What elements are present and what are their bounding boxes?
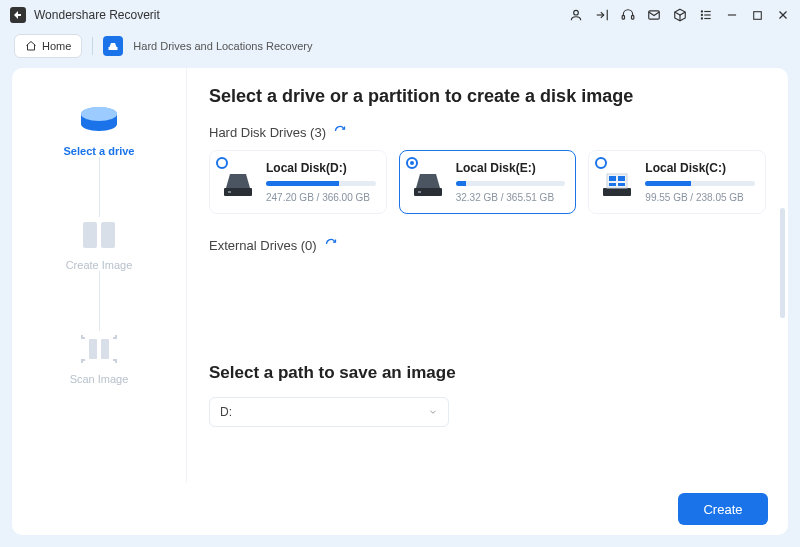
external-label: External Drives (0): [209, 238, 317, 253]
close-icon[interactable]: [776, 8, 790, 22]
svg-point-6: [701, 14, 702, 15]
drive-name: Local Disk(E:): [456, 161, 566, 175]
svg-point-4: [701, 11, 702, 12]
svg-rect-17: [83, 222, 97, 248]
save-path-value: D:: [220, 405, 232, 419]
footer: Create: [12, 483, 788, 535]
drive-name: Local Disk(D:): [266, 161, 376, 175]
chevron-down-icon: [428, 407, 438, 417]
drive-size: 247.20 GB / 366.00 GB: [266, 192, 376, 203]
svg-rect-29: [609, 183, 616, 186]
steps-sidebar: Select a drive Create Image Scan Image: [12, 68, 187, 483]
hard-drive-icon: [599, 167, 635, 203]
svg-rect-2: [632, 16, 634, 19]
home-icon: [25, 40, 37, 52]
maximize-icon[interactable]: [751, 9, 764, 22]
svg-rect-11: [754, 11, 762, 19]
svg-point-16: [81, 107, 117, 121]
create-button[interactable]: Create: [678, 493, 768, 525]
drive-card[interactable]: Local Disk(C:)99.55 GB / 238.05 GB: [588, 150, 766, 214]
step-select-drive[interactable]: Select a drive: [64, 103, 135, 157]
home-label: Home: [42, 40, 71, 52]
page-title: Select a drive or a partition to create …: [209, 86, 766, 107]
svg-point-8: [701, 18, 702, 19]
headset-icon[interactable]: [621, 8, 635, 22]
step-connector: [99, 157, 100, 217]
refresh-icon[interactable]: [325, 238, 337, 253]
svg-rect-20: [101, 339, 109, 359]
home-button[interactable]: Home: [14, 34, 82, 58]
save-path-select[interactable]: D:: [209, 397, 449, 427]
package-icon[interactable]: [673, 8, 687, 22]
drive-usage-bar: [266, 181, 376, 186]
toolbar: Home Hard Drives and Locations Recovery: [0, 30, 800, 62]
drives-list: Local Disk(D:)247.20 GB / 366.00 GBLocal…: [209, 150, 766, 214]
step-connector: [99, 271, 100, 331]
external-section-header: External Drives (0): [209, 238, 766, 253]
svg-rect-25: [603, 188, 631, 196]
drive-usage-bar: [456, 181, 566, 186]
svg-rect-28: [618, 176, 625, 181]
hdd-section-header: Hard Disk Drives (3): [209, 125, 766, 140]
scrollbar[interactable]: [780, 208, 785, 318]
step-create-image[interactable]: Create Image: [66, 217, 133, 271]
hard-drive-icon: [220, 167, 256, 203]
svg-point-0: [574, 10, 579, 15]
create-image-icon: [76, 217, 122, 253]
svg-rect-1: [622, 16, 624, 19]
svg-rect-30: [618, 183, 625, 186]
drive-radio[interactable]: [216, 157, 228, 169]
drive-location-icon: [103, 36, 123, 56]
titlebar-actions: [569, 8, 790, 22]
svg-rect-14: [109, 47, 118, 50]
drive-radio[interactable]: [406, 157, 418, 169]
drive-card[interactable]: Local Disk(D:)247.20 GB / 366.00 GB: [209, 150, 387, 214]
app-logo-icon: [10, 7, 26, 23]
main-panel: Select a drive or a partition to create …: [187, 68, 788, 483]
account-icon[interactable]: [569, 8, 583, 22]
titlebar: Wondershare Recoverit: [0, 0, 800, 30]
svg-rect-18: [101, 222, 115, 248]
scan-image-icon: [76, 331, 122, 367]
drive-size: 99.55 GB / 238.05 GB: [645, 192, 755, 203]
step-label: Scan Image: [70, 373, 129, 385]
drive-name: Local Disk(C:): [645, 161, 755, 175]
svg-rect-27: [609, 176, 616, 181]
content-panel: Select a drive Create Image Scan Image S…: [12, 68, 788, 483]
drive-usage-bar: [645, 181, 755, 186]
svg-rect-19: [89, 339, 97, 359]
toolbar-separator: [92, 37, 93, 55]
step-scan-image[interactable]: Scan Image: [70, 331, 129, 385]
minimize-icon[interactable]: [725, 8, 739, 22]
save-path-title: Select a path to save an image: [209, 363, 766, 383]
breadcrumb: Hard Drives and Locations Recovery: [133, 40, 312, 52]
drive-size: 32.32 GB / 365.51 GB: [456, 192, 566, 203]
svg-rect-22: [228, 191, 231, 193]
hdd-label: Hard Disk Drives (3): [209, 125, 326, 140]
mail-icon[interactable]: [647, 8, 661, 22]
login-icon[interactable]: [595, 8, 609, 22]
drive-card[interactable]: Local Disk(E:)32.32 GB / 365.51 GB: [399, 150, 577, 214]
drive-icon: [76, 103, 122, 139]
svg-rect-24: [418, 191, 421, 193]
hard-drive-icon: [410, 167, 446, 203]
refresh-icon[interactable]: [334, 125, 346, 140]
step-label: Select a drive: [64, 145, 135, 157]
app-title: Wondershare Recoverit: [34, 8, 160, 22]
step-label: Create Image: [66, 259, 133, 271]
menu-icon[interactable]: [699, 8, 713, 22]
